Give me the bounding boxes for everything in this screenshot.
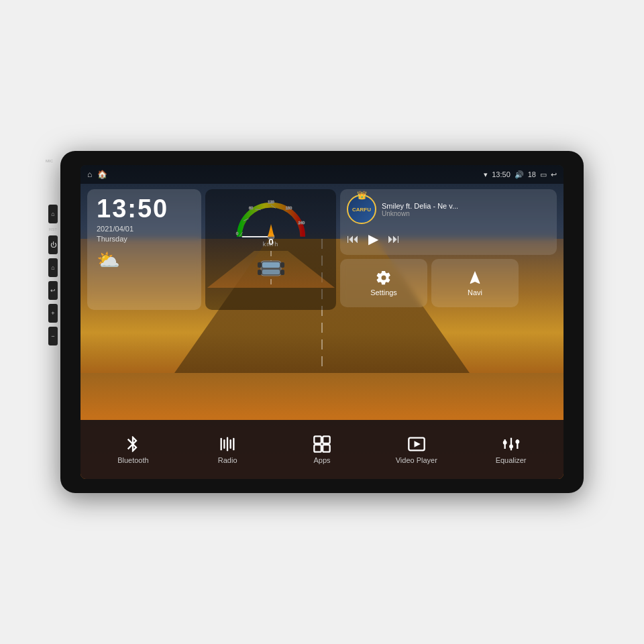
bluetooth-button[interactable]: Bluetooth (96, 429, 170, 470)
svg-text:240: 240 (298, 221, 304, 225)
svg-rect-24 (280, 262, 284, 268)
menu-button[interactable]: ⌂ (48, 258, 58, 277)
volume-up-button[interactable]: + (48, 304, 58, 323)
back-side-icon: ↩ (50, 287, 56, 294)
equalizer-button[interactable]: Equalizer (474, 429, 548, 470)
equalizer-icon (502, 435, 521, 453)
mic-label: MIC (46, 159, 53, 163)
svg-point-41 (509, 445, 513, 449)
rst-label: RST (49, 227, 57, 231)
svg-rect-34 (314, 445, 321, 452)
status-bar: ⌂ 🏠 ▾ 13:50 🔊 18 ▭ ↩ (80, 165, 564, 184)
car-head-unit: MIC ⌂ RST ⏻ ⌂ ↩ + − ⌂ 🏠 (60, 151, 584, 493)
car-road-scene (205, 248, 336, 291)
home-icon: ⌂ (51, 211, 54, 217)
radio-icon (218, 435, 237, 453)
svg-text:60: 60 (248, 206, 252, 210)
svg-point-43 (515, 440, 519, 444)
svg-rect-25 (258, 270, 262, 275)
settings-button[interactable]: Settings (340, 259, 427, 307)
music-title: Smiley ft. Delia - Ne v... (382, 202, 550, 210)
status-android-icon: 🏠 (97, 170, 107, 179)
speed-unit: km/h (263, 241, 279, 248)
weather-icon: ⛅ (97, 249, 192, 271)
svg-marker-37 (414, 441, 420, 447)
svg-rect-30 (230, 439, 231, 449)
volume-down-icon: − (51, 333, 54, 339)
settings-icon (376, 270, 392, 286)
clock-widget: 13:50 2021/04/01 Thursday ⛅ (87, 189, 201, 310)
music-top: 👑 CARFU Smiley ft. Delia - Ne v... Unkno… (347, 195, 550, 224)
clock-date: 2021/04/01 (97, 224, 192, 234)
music-controls: ⏮ ▶ ⏭ (347, 228, 550, 250)
back-side-button[interactable]: ↩ (48, 281, 58, 300)
quick-actions-row: Settings Navi (340, 259, 557, 310)
battery-icon: ▭ (540, 170, 547, 179)
svg-rect-32 (314, 436, 321, 443)
apps-icon (313, 435, 331, 453)
svg-rect-22 (262, 270, 280, 274)
widgets-top-row: 13:50 2021/04/01 Thursday ⛅ (80, 184, 564, 310)
screen: ⌂ 🏠 ▾ 13:50 🔊 18 ▭ ↩ (80, 165, 564, 479)
svg-rect-26 (280, 270, 284, 275)
equalizer-label: Equalizer (496, 456, 527, 464)
prev-button[interactable]: ⏮ (347, 232, 359, 246)
navi-icon (467, 270, 483, 286)
svg-marker-16 (268, 224, 274, 237)
bluetooth-icon (123, 435, 142, 453)
status-time: 13:50 (492, 170, 511, 178)
radio-label: Radio (218, 456, 237, 464)
volume-icon: 🔊 (515, 170, 524, 179)
svg-rect-31 (233, 438, 234, 451)
volume-level: 18 (528, 170, 536, 178)
video-label: Video Player (396, 456, 437, 464)
music-widget: 👑 CARFU Smiley ft. Delia - Ne v... Unkno… (340, 189, 557, 255)
music-logo-text: CARFU (352, 207, 371, 213)
svg-point-39 (502, 441, 506, 445)
music-info: Smiley ft. Delia - Ne v... Unknown (382, 202, 550, 217)
clock-day: Thursday (97, 234, 192, 244)
settings-label: Settings (370, 288, 397, 297)
power-icon: ⏻ (50, 241, 56, 248)
video-icon (407, 435, 426, 453)
speedometer-widget: 0 60 120 180 240 0 (205, 189, 336, 310)
svg-rect-23 (258, 262, 262, 268)
power-button[interactable]: ⏻ (48, 235, 58, 254)
navi-label: Navi (468, 288, 482, 297)
main-content: 13:50 2021/04/01 Thursday ⛅ (80, 184, 564, 420)
volume-up-icon: + (51, 310, 54, 317)
side-buttons-panel: ⌂ RST ⏻ ⌂ ↩ + − (48, 205, 58, 345)
svg-rect-35 (323, 445, 330, 452)
apps-label: Apps (313, 456, 330, 464)
music-logo: 👑 CARFU (347, 195, 376, 224)
clock-time: 13:50 (97, 196, 192, 221)
back-icon: ↩ (551, 170, 557, 179)
wifi-icon: ▾ (484, 170, 488, 179)
volume-down-button[interactable]: − (48, 327, 58, 345)
speedometer-gauge: 0 60 120 180 240 0 (227, 189, 315, 246)
next-button[interactable]: ⏭ (388, 232, 400, 246)
svg-rect-27 (221, 438, 222, 451)
svg-text:180: 180 (285, 206, 291, 210)
apps-button[interactable]: Apps (285, 429, 359, 470)
svg-rect-21 (262, 262, 280, 268)
status-left: ⌂ 🏠 (87, 170, 107, 179)
bottom-bar: Bluetooth Radio (80, 420, 564, 479)
navi-button[interactable]: Navi (431, 259, 519, 307)
svg-rect-29 (227, 437, 228, 451)
svg-text:0: 0 (236, 231, 238, 235)
svg-rect-28 (223, 439, 225, 449)
bluetooth-label: Bluetooth (117, 456, 148, 464)
svg-rect-33 (323, 436, 330, 443)
play-button[interactable]: ▶ (368, 231, 378, 247)
crown-icon: 👑 (357, 191, 367, 200)
radio-button[interactable]: Radio (191, 429, 264, 470)
music-artist: Unknown (382, 210, 550, 217)
svg-text:120: 120 (268, 200, 274, 204)
video-player-button[interactable]: Video Player (380, 429, 453, 470)
status-right: ▾ 13:50 🔊 18 ▭ ↩ (484, 170, 557, 179)
right-panel: 👑 CARFU Smiley ft. Delia - Ne v... Unkno… (340, 189, 557, 310)
home-button[interactable]: ⌂ (48, 205, 58, 223)
status-home-icon: ⌂ (87, 170, 92, 179)
menu-icon: ⌂ (51, 264, 54, 271)
